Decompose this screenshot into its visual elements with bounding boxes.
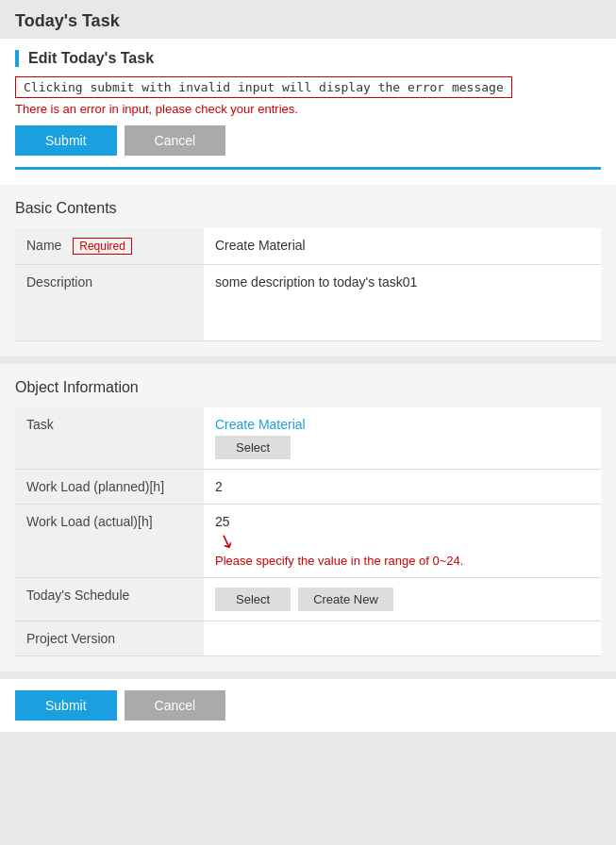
submit-button-bottom[interactable]: Submit: [15, 690, 117, 721]
workload-actual-container: 25 ↘ Please specify the value in the ran…: [215, 514, 590, 568]
schedule-value-cell: Select Create New: [204, 578, 601, 621]
submit-button-top[interactable]: Submit: [15, 125, 117, 156]
name-row: Name Required Create Material: [15, 228, 601, 265]
basic-contents-title: Basic Contents: [15, 200, 601, 217]
description-value: some description to today's task01: [204, 265, 601, 341]
bottom-action-bar: Submit Cancel: [0, 679, 616, 732]
schedule-row: Today's Schedule Select Create New: [15, 578, 601, 621]
task-value-cell: Create Material Select: [204, 407, 601, 470]
schedule-create-button[interactable]: Create New: [298, 588, 393, 611]
description-text: some description to today's task01: [215, 274, 590, 331]
name-value: Create Material: [204, 228, 601, 265]
workload-planned-row: Work Load (planned)[h] 2: [15, 470, 601, 505]
task-label: Task: [15, 407, 204, 470]
object-information-section: Object Information Task Create Material …: [0, 364, 616, 671]
workload-planned-label: Work Load (planned)[h]: [15, 470, 204, 505]
name-label: Name Required: [15, 228, 204, 265]
schedule-select-button[interactable]: Select: [215, 588, 291, 611]
description-label: Description: [15, 265, 204, 341]
schedule-label: Today's Schedule: [15, 578, 204, 621]
arrow-icon: ↘: [215, 527, 238, 554]
page-title: Today's Task: [0, 0, 616, 39]
edit-section: Edit Today's Task Clicking submit with i…: [0, 39, 616, 185]
task-value: Create Material: [215, 417, 590, 432]
workload-planned-value: 2: [204, 470, 601, 505]
workload-actual-row: Work Load (actual)[h] 25 ↘ Please specif…: [15, 505, 601, 578]
required-badge: Required: [73, 238, 132, 255]
hint-box: Clicking submit with invalid input will …: [15, 76, 512, 98]
task-select-button[interactable]: Select: [215, 436, 291, 459]
workload-actual-label: Work Load (actual)[h]: [15, 505, 204, 578]
cancel-button-top[interactable]: Cancel: [125, 125, 226, 156]
workload-actual-value-cell: 25 ↘ Please specify the value in the ran…: [204, 505, 601, 578]
divider: [15, 167, 601, 170]
project-version-label: Project Version: [15, 621, 204, 656]
edit-section-title: Edit Today's Task: [15, 50, 601, 67]
object-information-table: Task Create Material Select Work Load (p…: [15, 407, 601, 656]
task-row: Task Create Material Select: [15, 407, 601, 470]
workload-error-message: Please specify the value in the range of…: [215, 554, 463, 568]
error-message: There is an error in input, please check…: [15, 102, 601, 116]
top-action-bar: Submit Cancel: [15, 125, 601, 156]
basic-contents-table: Name Required Create Material Descriptio…: [15, 228, 601, 341]
object-information-title: Object Information: [15, 379, 601, 396]
cancel-button-bottom[interactable]: Cancel: [125, 690, 226, 721]
schedule-buttons: Select Create New: [215, 588, 590, 611]
project-version-value: [204, 621, 601, 656]
description-row: Description some description to today's …: [15, 265, 601, 341]
basic-contents-section: Basic Contents Name Required Create Mate…: [0, 185, 616, 356]
project-version-row: Project Version: [15, 621, 601, 656]
